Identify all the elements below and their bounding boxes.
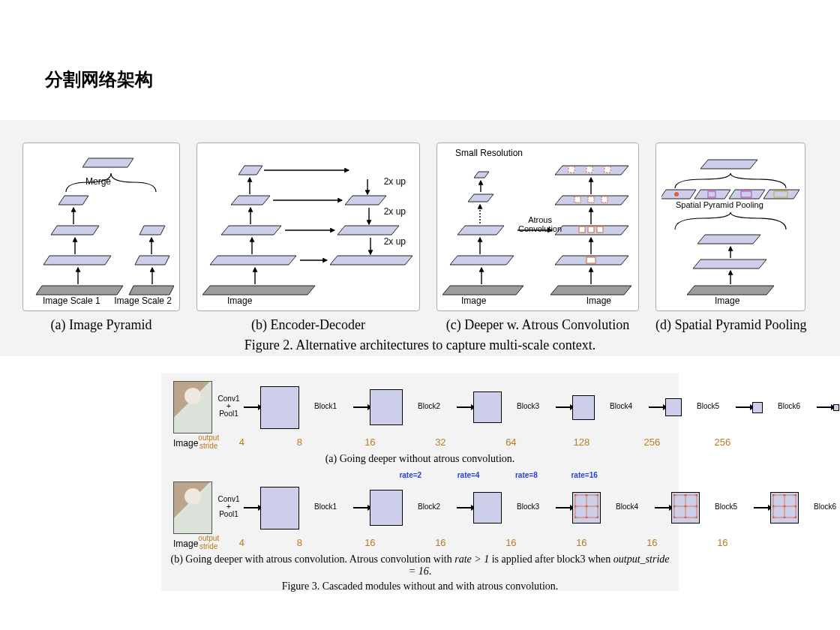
- stage-label: Block6: [814, 503, 836, 511]
- svg-marker-32: [442, 286, 524, 295]
- svg-marker-41: [550, 286, 632, 295]
- svg-rect-55: [604, 166, 610, 172]
- stage-label: Block4: [610, 403, 632, 410]
- block: [260, 386, 299, 429]
- img-c-right: Image: [586, 296, 611, 306]
- atrous-conv-label: Atrous Convolution: [518, 215, 562, 233]
- arrow-icon: [736, 406, 751, 408]
- block: [572, 395, 595, 420]
- block: [833, 404, 839, 411]
- merge-label: Merge: [86, 176, 111, 187]
- stage-label: Conv1 + Pool1: [218, 496, 240, 518]
- svg-marker-12: [82, 158, 134, 167]
- figure-3: Conv1 + Pool1Block1Block2Block3Block4Blo…: [161, 374, 679, 591]
- svg-marker-3: [58, 196, 88, 205]
- svg-marker-24: [345, 196, 386, 205]
- image-a-label: Image: [173, 438, 198, 448]
- block: [665, 398, 682, 416]
- stride-value: 16: [334, 537, 405, 548]
- arrow-icon: [353, 507, 368, 508]
- block: [473, 492, 502, 524]
- block: [370, 389, 403, 425]
- svg-marker-34: [458, 226, 504, 235]
- arrow-icon: [244, 406, 259, 408]
- svg-marker-22: [330, 256, 412, 265]
- svg-marker-74: [700, 160, 758, 169]
- arrow-icon: [817, 406, 832, 408]
- cascade-row-b: Conv1 + Pool1Block1Block2Block3Block4Blo…: [173, 482, 671, 534]
- stride-value: 64: [476, 436, 546, 448]
- stride-value: 16: [405, 537, 476, 548]
- small-res-label: Small Resolution: [455, 148, 523, 158]
- rate-label: [266, 471, 323, 480]
- stride-label-b: output stride: [198, 534, 219, 550]
- svg-marker-13: [202, 286, 315, 295]
- panel-c-caption: (c) Deeper w. Atrous Convolution: [436, 317, 639, 333]
- svg-marker-1: [44, 256, 111, 265]
- img-d-label: Image: [715, 296, 740, 306]
- svg-marker-14: [210, 256, 296, 265]
- stage-label: Block1: [314, 503, 337, 511]
- stage-label: Block1: [314, 403, 337, 410]
- svg-rect-49: [574, 196, 580, 202]
- svg-marker-23: [338, 226, 399, 235]
- svg-marker-5: [135, 256, 170, 265]
- panel-a: Merge Image Scale 1 Image Scale 2 (a) Im…: [22, 142, 180, 333]
- stride-value: 4: [219, 436, 264, 448]
- img-b-label: Image: [227, 296, 252, 306]
- arrow-icon: [649, 406, 664, 408]
- input-image-a: [173, 381, 212, 434]
- arrow-icon: [244, 507, 259, 508]
- rate-label: [614, 471, 671, 480]
- rate-label: [229, 471, 266, 480]
- cascade-row-a: Conv1 + Pool1Block1Block2Block3Block4Blo…: [173, 381, 671, 434]
- panel-a-caption: (a) Image Pyramid: [22, 317, 180, 333]
- block: [473, 392, 502, 423]
- block: [752, 402, 763, 413]
- svg-rect-43: [586, 257, 596, 263]
- rate-label: rate=8: [497, 471, 555, 480]
- panel-c: Small Resolution Atrous Convolution Imag…: [436, 142, 639, 333]
- up-label-2: 2x up: [384, 206, 406, 217]
- svg-rect-47: [597, 226, 603, 232]
- row-a-caption: (a) Going deeper without atrous convolut…: [169, 453, 671, 465]
- svg-marker-16: [231, 196, 270, 205]
- svg-marker-4: [129, 286, 174, 295]
- stride-value: 128: [546, 436, 616, 448]
- stride-value: 16: [616, 537, 687, 548]
- stride-value: 16: [476, 537, 546, 548]
- stride-value: 8: [264, 537, 334, 548]
- svg-rect-54: [586, 166, 592, 172]
- rate-label: [323, 471, 381, 480]
- panel-d: Spatial Pyramid Pooling Image (d) Spatia…: [656, 142, 807, 333]
- arrow-icon: [353, 406, 368, 408]
- block: [370, 490, 403, 526]
- panel-b: 2x up 2x up 2x up Image (b) Encoder-Deco…: [196, 142, 420, 333]
- up-label-1: 2x up: [384, 176, 406, 187]
- svg-rect-53: [568, 166, 574, 172]
- figure-2-caption: Figure 2. Alternative architectures to c…: [22, 338, 818, 353]
- svg-marker-61: [687, 286, 774, 295]
- stage-label: Block6: [778, 403, 800, 410]
- image-b-label: Image: [173, 538, 198, 549]
- stride-value: 8: [264, 436, 334, 448]
- svg-rect-51: [602, 196, 608, 202]
- arrow-icon: [655, 507, 670, 508]
- up-label-3: 2x up: [384, 236, 406, 247]
- page-title: 分割网络架构: [45, 68, 153, 92]
- block: [260, 487, 299, 530]
- stride-value: 4: [219, 537, 264, 548]
- svg-marker-62: [693, 260, 766, 268]
- rate-label: rate=4: [440, 471, 497, 480]
- rate-label: rate=16: [555, 471, 613, 480]
- svg-rect-46: [588, 226, 594, 232]
- svg-marker-15: [221, 226, 281, 235]
- svg-marker-0: [36, 286, 123, 295]
- stage-label: Block4: [616, 503, 638, 511]
- svg-marker-33: [450, 256, 514, 265]
- arrow-icon: [754, 507, 769, 508]
- stride-value: 256: [687, 436, 758, 448]
- stride-value: 32: [405, 436, 476, 448]
- figure-2: Merge Image Scale 1 Image Scale 2 (a) Im…: [0, 120, 840, 356]
- svg-marker-36: [474, 172, 489, 178]
